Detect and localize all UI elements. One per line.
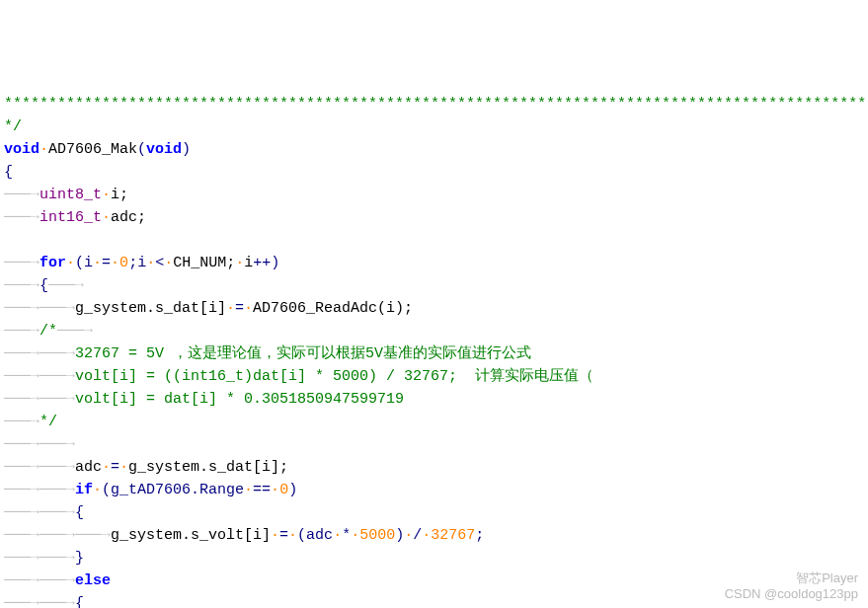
kw-if: if	[75, 482, 93, 498]
kw-else: else	[75, 572, 111, 589]
block-comment-open: /*	[39, 323, 57, 340]
type: int16_t	[39, 209, 102, 226]
comment-stars: ****************************************…	[4, 96, 868, 113]
comment-line: volt[i] = ((int16_t)dat[i] * 5000) / 327…	[75, 368, 593, 385]
fn-name: AD7606_Mak	[48, 141, 137, 158]
type: uint8_t	[39, 187, 102, 203]
comment-close: */	[4, 118, 22, 135]
kw-for: for	[39, 255, 66, 271]
watermark-line2: CSDN @cooldog123pp	[725, 586, 858, 601]
kw-void: void	[4, 141, 39, 158]
comment-line: 32767 = 5V ，这是理论值，实际可以根据5V基准的实际值进行公式	[75, 345, 531, 362]
watermark: 智芯Player CSDN @cooldog123pp	[725, 570, 858, 602]
block-comment-close: */	[39, 414, 57, 430]
watermark-line1: 智芯Player	[796, 570, 858, 585]
comment-line: volt[i] = dat[i] * 0.3051850947599719	[75, 391, 404, 408]
code-editor: ****************************************…	[4, 93, 864, 608]
brace-open: {	[4, 164, 13, 181]
